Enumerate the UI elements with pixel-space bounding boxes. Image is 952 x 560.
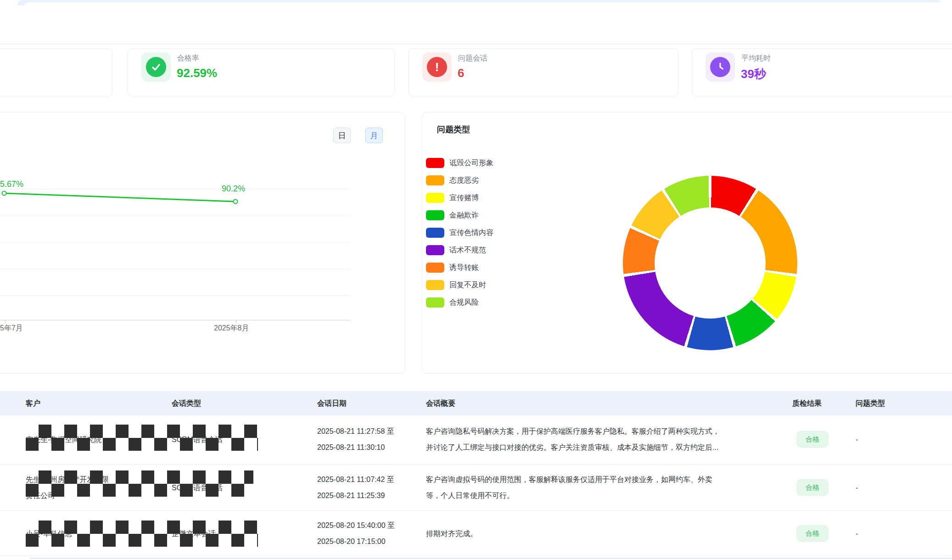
gridline	[0, 269, 350, 269]
legend-item[interactable]: 话术不规范	[426, 245, 493, 255]
result-badge: 合格	[796, 431, 829, 448]
session-date-cell: 2025-08-20 15:40:00 至2025-08-20 17:15:00	[317, 517, 395, 549]
stat-card-title: 平均耗时	[741, 54, 771, 63]
exclamation-circle-icon: !	[427, 57, 447, 77]
col-header-session-date: 会话日期	[317, 398, 347, 408]
legend-item[interactable]: 诱导转账	[426, 263, 493, 273]
stat-card-title: 问题会话	[458, 54, 487, 63]
redaction-blocks	[26, 425, 258, 451]
data-point-august	[234, 200, 238, 204]
stat-card-avg-duration: 平均耗时39秒	[692, 48, 952, 96]
legend-swatch-icon	[426, 193, 444, 203]
legend-item[interactable]: 诋毁公司形象	[426, 158, 493, 168]
col-header-result: 质检结果	[792, 398, 822, 408]
legend-item[interactable]: 合规风险	[426, 297, 493, 308]
trend-line-chart[interactable]	[0, 174, 376, 234]
day-toggle-button[interactable]: 日	[333, 128, 351, 143]
stat-card-value: 6	[458, 66, 464, 80]
result-badge: 合格	[796, 525, 829, 542]
stat-card-pass-rate: 合格率92.59%	[128, 48, 395, 96]
legend-label: 诋毁公司形象	[449, 158, 493, 168]
axis-tick	[5, 320, 6, 323]
x-tick-july: 5年7月	[0, 324, 23, 333]
problem-type-cell: -	[856, 431, 858, 448]
stat-card-title: 合格率	[177, 54, 199, 63]
donut-hole	[655, 207, 766, 319]
legend-label: 态度恶劣	[449, 176, 479, 185]
col-header-session-type: 会话类型	[172, 398, 201, 408]
col-header-summary: 会话概要	[426, 398, 455, 408]
stat-card-value: 92.59%	[177, 66, 217, 80]
result-cell: 合格	[796, 479, 829, 496]
exclamation-circle-icon-tile: !	[422, 52, 452, 82]
legend-swatch-icon	[426, 210, 444, 220]
result-cell: 合格	[796, 525, 829, 542]
pass-rate-trend-panel	[0, 112, 405, 374]
table-header: 客户 会话类型 会话日期 会话概要 质检结果 问题类型	[0, 391, 952, 415]
legend-swatch-icon	[426, 263, 444, 273]
header-divider	[0, 44, 952, 44]
point-label-july: 5.67%	[0, 179, 23, 189]
gridline	[0, 295, 350, 296]
month-toggle-button[interactable]: 月	[365, 128, 383, 143]
quality-inspection-dashboard: 合格率92.59%!问题会话6平均耗时39秒 日 月 5.67% 90.2% 5…	[0, 0, 952, 560]
problem-types-title: 问题类型	[437, 124, 470, 135]
x-tick-august: 2025年8月	[214, 324, 249, 333]
legend-swatch-icon	[426, 245, 444, 255]
legend-label: 宣传赌博	[449, 193, 479, 203]
content-panel-top	[24, 2, 952, 7]
stat-card-problem-sessions: !问题会话6	[409, 48, 678, 96]
check-circle-icon-tile	[141, 52, 171, 82]
problem-type-cell: -	[856, 525, 858, 541]
stat-card-truncated	[0, 48, 112, 96]
legend-label: 合规风险	[449, 298, 479, 308]
col-header-customer: 客户	[26, 398, 40, 408]
point-label-august: 90.2%	[222, 184, 245, 194]
legend-item[interactable]: 态度恶劣	[426, 175, 493, 185]
result-cell: 合格	[796, 431, 829, 448]
legend-label: 金融欺诈	[449, 211, 479, 220]
clock-icon-tile	[706, 52, 735, 82]
col-header-problem-type: 问题类型	[856, 398, 885, 408]
redaction-blocks	[26, 521, 258, 547]
result-badge: 合格	[796, 479, 829, 496]
legend-label: 诱导转账	[449, 263, 479, 273]
redaction-blocks	[26, 470, 253, 497]
legend-label: 回复不及时	[449, 280, 486, 290]
legend-label: 宣传色情内容	[449, 228, 493, 238]
clock-icon	[710, 57, 730, 77]
legend-swatch-icon	[426, 175, 444, 185]
axis-tick	[236, 320, 236, 323]
data-point-july	[2, 191, 6, 196]
legend-item[interactable]: 宣传赌博	[426, 193, 493, 203]
session-date-cell: 2025-08-21 11:07:42 至2025-08-21 11:25:39	[317, 471, 394, 504]
legend-label: 话术不规范	[449, 246, 486, 255]
problem-type-cell: -	[856, 480, 858, 496]
gridline	[0, 242, 350, 243]
stat-card-value: 39秒	[741, 66, 766, 82]
summary-cell: 客户咨询虚拟号码的使用范围，客服解释该服务仅适用于平台对接业务，如网约车、外卖等…	[426, 471, 712, 504]
legend-swatch-icon	[426, 228, 444, 238]
legend-item[interactable]: 回复不及时	[426, 280, 493, 290]
table-bottom-border	[30, 558, 952, 559]
problem-types-legend: 诋毁公司形象态度恶劣宣传赌博金融欺诈宣传色情内容话术不规范诱导转账回复不及时合规…	[426, 158, 493, 308]
summary-cell: 排期对齐完成。	[426, 525, 477, 541]
problem-types-donut-chart[interactable]	[623, 176, 797, 350]
summary-cell: 客户咨询隐私号码解决方案，用于保护高端医疗服务客户隐私。客服介绍了两种实现方式，…	[426, 423, 720, 455]
legend-swatch-icon	[426, 297, 444, 308]
legend-item[interactable]: 金融欺诈	[426, 210, 493, 220]
x-axis-line	[0, 320, 350, 320]
check-circle-icon	[146, 57, 166, 77]
legend-item[interactable]: 宣传色情内容	[426, 228, 493, 238]
legend-swatch-icon	[426, 158, 444, 168]
legend-swatch-icon	[426, 280, 444, 290]
session-date-cell: 2025-08-21 11:27:58 至2025-08-21 11:30:10	[317, 423, 394, 455]
